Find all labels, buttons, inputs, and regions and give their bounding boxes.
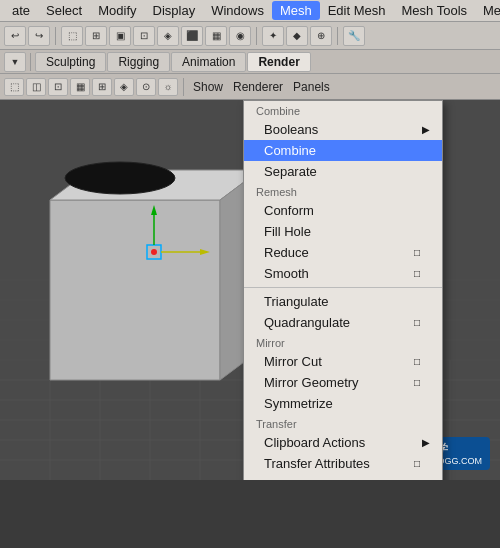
transfer-shading-check: □ [414,479,428,480]
section-mirror: Mirror [244,333,442,351]
section-transfer: Transfer [244,414,442,432]
menu-item-fill-hole[interactable]: Fill Hole [244,221,442,242]
smooth-check: □ [414,268,428,279]
menu-ate[interactable]: ate [4,1,38,20]
menu-item-symmetrize[interactable]: Symmetrize [244,393,442,414]
section-combine: Combine [244,101,442,119]
menu-windows[interactable]: Windows [203,1,272,20]
smooth-label: Smooth [264,266,309,281]
toolbar-btn-9[interactable]: ▦ [205,26,227,46]
show-label: Show [193,80,223,94]
transfer-attr-check: □ [414,458,428,469]
menu-select[interactable]: Select [38,1,90,20]
mirror-cut-check: □ [414,356,428,367]
menu-mesh[interactable]: Mesh [272,1,320,20]
tab-animation[interactable]: Animation [171,52,246,72]
menu-item-reduce[interactable]: Reduce □ [244,242,442,263]
toolbar-btn-3[interactable]: ⬚ [61,26,83,46]
toolbar-sep-3 [337,27,338,45]
svg-point-23 [65,162,175,194]
menu-item-combine[interactable]: Combine [244,140,442,161]
fill-hole-label: Fill Hole [264,224,311,239]
booleans-arrow: ▶ [422,124,430,135]
toolbar-sep-2 [256,27,257,45]
menu-item-clipboard-actions[interactable]: Clipboard Actions ▶ [244,432,442,453]
toolbar2-sep-1 [183,78,184,96]
menu-modify[interactable]: Modify [90,1,144,20]
toolbar-sep-1 [55,27,56,45]
menu-item-mirror-cut[interactable]: Mirror Cut □ [244,351,442,372]
menu-edit-mesh[interactable]: Edit Mesh [320,1,394,20]
mode-tabs: ▼ Sculpting Rigging Animation Render [0,50,500,74]
symmetrize-label: Symmetrize [264,396,333,411]
menu-item-separate[interactable]: Separate [244,161,442,182]
tab-render[interactable]: Render [247,52,310,72]
svg-point-25 [151,249,157,255]
toolbar-2: ⬚ ◫ ⊡ ▦ ⊞ ◈ ⊙ ☼ Show Renderer Panels [0,74,500,100]
combine-label: Combine [264,143,316,158]
toolbar-btn-11[interactable]: ✦ [262,26,284,46]
toolbar2-btn-8[interactable]: ☼ [158,78,178,96]
menu-mesh-displace[interactable]: Mesh Displace [475,1,500,20]
tab-sculpting[interactable]: Sculpting [35,52,106,72]
renderer-label: Renderer [233,80,283,94]
clipboard-arrow: ▶ [422,437,430,448]
menu-item-smooth[interactable]: Smooth □ [244,263,442,284]
toolbar-1: ↩ ↪ ⬚ ⊞ ▣ ⊡ ◈ ⬛ ▦ ◉ ✦ ◆ ⊕ 🔧 [0,22,500,50]
toolbar-btn-10[interactable]: ◉ [229,26,251,46]
toolbar-btn-2[interactable]: ↪ [28,26,50,46]
reduce-check: □ [414,247,428,258]
toolbar-btn-6[interactable]: ⊡ [133,26,155,46]
toolbar2-btn-6[interactable]: ◈ [114,78,134,96]
menu-display[interactable]: Display [145,1,204,20]
conform-label: Conform [264,203,314,218]
toolbar2-btn-2[interactable]: ◫ [26,78,46,96]
reduce-label: Reduce [264,245,309,260]
section-remesh: Remesh [244,182,442,200]
toolbar2-btn-5[interactable]: ⊞ [92,78,112,96]
quadrangulate-check: □ [414,317,428,328]
toolbar-btn-13[interactable]: ⊕ [310,26,332,46]
transfer-shading-sets-label: Transfer Shading Sets [264,477,393,480]
svg-marker-20 [50,200,220,380]
panels-label: Panels [293,80,330,94]
mirror-geometry-label: Mirror Geometry [264,375,359,390]
tab-rigging[interactable]: Rigging [107,52,170,72]
triangulate-label: Triangulate [264,294,329,309]
toolbar-btn-8[interactable]: ⬛ [181,26,203,46]
mode-polygon[interactable]: ▼ [4,52,26,72]
separate-label: Separate [264,164,317,179]
toolbar-btn-1[interactable]: ↩ [4,26,26,46]
menu-item-mirror-geometry[interactable]: Mirror Geometry □ [244,372,442,393]
toolbar2-btn-1[interactable]: ⬚ [4,78,24,96]
menu-item-transfer-shading-sets[interactable]: Transfer Shading Sets □ [244,474,442,480]
toolbar-btn-4[interactable]: ⊞ [85,26,107,46]
menu-item-booleans[interactable]: Booleans ▶ [244,119,442,140]
menu-item-transfer-attributes[interactable]: Transfer Attributes □ [244,453,442,474]
mirror-cut-label: Mirror Cut [264,354,322,369]
toolbar-btn-12[interactable]: ◆ [286,26,308,46]
mode-sep-0 [30,53,31,71]
toolbar2-btn-4[interactable]: ▦ [70,78,90,96]
menu-item-triangulate[interactable]: Triangulate [244,291,442,312]
divider-1 [244,287,442,288]
toolbar2-btn-7[interactable]: ⊙ [136,78,156,96]
mirror-geometry-check: □ [414,377,428,388]
menu-item-conform[interactable]: Conform [244,200,442,221]
transfer-attributes-label: Transfer Attributes [264,456,370,471]
booleans-label: Booleans [264,122,318,137]
clipboard-actions-label: Clipboard Actions [264,435,365,450]
toolbar-btn-7[interactable]: ◈ [157,26,179,46]
quadrangulate-label: Quadrangulate [264,315,350,330]
viewport-3d[interactable]: 澎 澎湃自学 ZIXUE.3DGG.COM Combine Booleans ▶… [0,100,500,480]
toolbar-btn-14[interactable]: 🔧 [343,26,365,46]
menu-item-quadrangulate[interactable]: Quadrangulate □ [244,312,442,333]
menu-mesh-tools[interactable]: Mesh Tools [394,1,476,20]
mesh-dropdown-menu: Combine Booleans ▶ Combine Separate Reme… [243,100,443,480]
toolbar-btn-5[interactable]: ▣ [109,26,131,46]
toolbar2-btn-3[interactable]: ⊡ [48,78,68,96]
menu-bar: ate Select Modify Display Windows Mesh E… [0,0,500,22]
